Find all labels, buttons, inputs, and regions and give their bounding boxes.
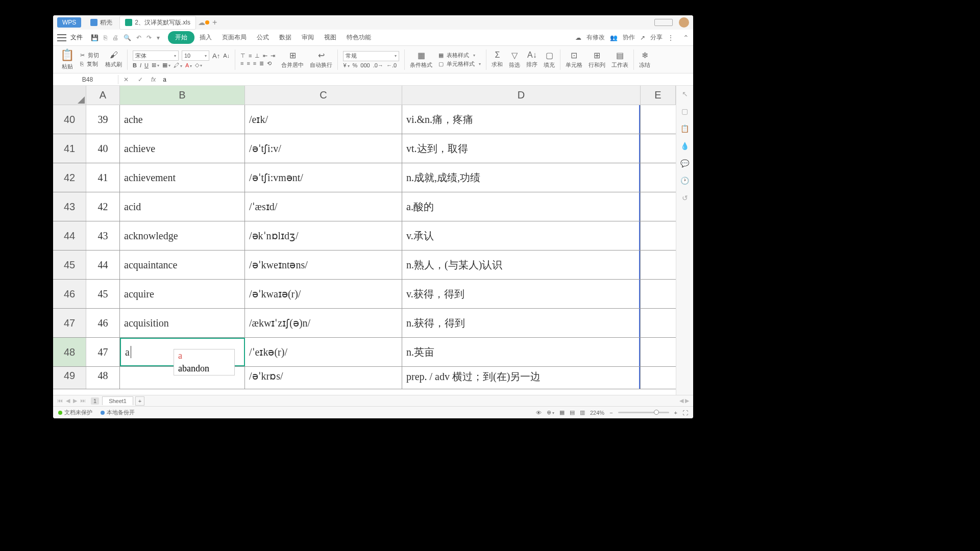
row-header[interactable]: 44 (53, 221, 86, 250)
menu-file[interactable]: 文件 (70, 33, 83, 42)
currency-icon[interactable]: ¥▾ (343, 62, 349, 68)
sheet-nav-first-icon[interactable]: ⏮ (57, 397, 63, 404)
user-avatar[interactable] (679, 17, 689, 28)
cell-D[interactable]: prep. / adv 横过；到(在)另一边 (402, 367, 641, 389)
border-button[interactable]: ⊞▾ (152, 62, 159, 68)
cell-A[interactable]: 43 (86, 221, 120, 250)
bold-button[interactable]: B (133, 62, 137, 68)
menu-tab-data[interactable]: 数据 (274, 31, 297, 44)
cell-C[interactable]: /ˈæsɪd/ (245, 192, 402, 221)
align-middle-icon[interactable]: ≡ (249, 53, 252, 59)
clipboard-icon[interactable]: 📋 (680, 124, 689, 133)
page-view-icon[interactable]: ▤ (570, 409, 575, 416)
share-icon[interactable]: ↗ (640, 34, 645, 41)
font-shrink-icon[interactable]: A↓ (223, 53, 230, 59)
cell-B[interactable]: acquire (120, 280, 245, 308)
wrap-label[interactable]: 自动换行 (310, 61, 332, 69)
cond-format-label[interactable]: 条件格式 (410, 61, 432, 69)
cell-D[interactable]: v.获得，得到 (402, 280, 641, 308)
col-header-D[interactable]: D (402, 86, 641, 105)
paste-label[interactable]: 粘贴 (62, 63, 73, 70)
align-bottom-icon[interactable]: ⊥ (255, 53, 260, 59)
filter-icon[interactable]: ▽ (511, 51, 518, 60)
decimal-inc-icon[interactable]: .0→ (373, 62, 383, 68)
cell-C[interactable]: /ˈeɪkə(r)/ (245, 338, 402, 366)
backup-label[interactable]: 本地备份开 (107, 409, 135, 416)
cell-C[interactable]: /əˈkrɒs/ (245, 367, 402, 389)
cell-C[interactable]: /əˈtʃi:v/ (245, 134, 402, 163)
fullscreen-icon[interactable]: ⛶ (682, 410, 688, 416)
row-header[interactable]: 48 (53, 338, 86, 366)
cloud-sync-icon[interactable]: ☁ (575, 34, 581, 41)
number-format-select[interactable]: 常规▾ (343, 51, 399, 61)
cell-A[interactable]: 47 (86, 338, 120, 366)
add-sheet-button[interactable]: + (135, 396, 144, 406)
collab-label[interactable]: 协作 (623, 33, 635, 42)
formula-cancel-icon[interactable]: ✕ (118, 76, 134, 83)
font-grow-icon[interactable]: A↑ (212, 52, 220, 60)
collapse-ribbon-icon[interactable]: ⌃ (683, 34, 689, 42)
format-painter-icon[interactable]: 🖌 (110, 51, 118, 60)
menu-tab-insert[interactable]: 插入 (194, 31, 217, 44)
tab-file-xls[interactable]: 2、汉译英默写版.xls (119, 16, 196, 30)
menu-tab-layout[interactable]: 页面布局 (217, 31, 252, 44)
align-right-icon[interactable]: ≡ (253, 60, 256, 66)
tab-daoke[interactable]: 稻壳 (85, 16, 117, 29)
cell-B[interactable]: achieve (120, 134, 245, 163)
has-changes-label[interactable]: 有修改 (586, 33, 605, 42)
cell-style-icon[interactable]: ▢ (438, 61, 444, 67)
font-name-select[interactable]: 宋体▾ (133, 51, 179, 61)
add-tab-button[interactable]: + (209, 18, 220, 27)
sum-label[interactable]: 求和 (492, 61, 503, 68)
merge-label[interactable]: 合并居中 (281, 61, 304, 69)
history-icon[interactable]: ↺ (682, 194, 688, 202)
underline-button[interactable]: U (144, 62, 149, 68)
row-header[interactable]: 45 (53, 251, 86, 279)
redo-icon[interactable]: ↷ (146, 34, 152, 41)
chat-icon[interactable]: 💬 (680, 159, 689, 167)
cell-D[interactable]: n.获得，得到 (402, 309, 641, 337)
zoom-in-button[interactable]: + (674, 410, 677, 416)
rowcol-label[interactable]: 行和列 (589, 61, 605, 69)
cell-D[interactable]: v.承认 (402, 221, 641, 250)
cond-format-icon[interactable]: ▦ (418, 51, 425, 60)
zoom-out-button[interactable]: − (609, 410, 612, 416)
wps-logo-button[interactable]: WPS (57, 17, 81, 28)
table-style-label[interactable]: 表格样式 (447, 52, 469, 59)
cell-B[interactable]: acknowledge (120, 221, 245, 250)
font-size-select[interactable]: 10▾ (182, 51, 209, 61)
comma-icon[interactable]: 000 (360, 62, 370, 68)
name-box[interactable]: B48 (57, 75, 118, 84)
sheet-tabs-scroll-icon[interactable]: ◀ ▶ (679, 397, 689, 404)
autocomplete-item[interactable]: abandon (174, 362, 234, 375)
menu-tab-formula[interactable]: 公式 (252, 31, 274, 44)
formula-confirm-icon[interactable]: ✓ (134, 76, 147, 83)
copy-icon[interactable]: ⎘ (80, 61, 84, 67)
worksheet-label[interactable]: 工作表 (611, 61, 628, 69)
more-icon[interactable]: ⋮ (668, 34, 674, 41)
menu-tab-start[interactable]: 开始 (168, 31, 194, 44)
filter-label[interactable]: 筛选 (509, 61, 520, 69)
indent-decrease-icon[interactable]: ⇤ (263, 53, 267, 59)
cell-A[interactable]: 39 (86, 105, 120, 134)
cell-fill-button[interactable]: ▦▾ (162, 62, 170, 68)
zoom-slider[interactable] (618, 412, 669, 413)
spreadsheet-grid[interactable]: A B C D E 4039ache/eɪk/vi.&n.痛，疼痛4140ach… (53, 86, 676, 395)
globe-icon[interactable]: ⊕▾ (547, 409, 554, 416)
align-top-icon[interactable]: ⊤ (240, 53, 246, 59)
font-color-button[interactable]: A▾ (185, 62, 192, 68)
cut-icon[interactable]: ✂ (80, 52, 85, 59)
cell-A[interactable]: 40 (86, 134, 120, 163)
cell-A[interactable]: 48 (86, 367, 120, 389)
row-header[interactable]: 47 (53, 309, 86, 337)
undo-icon[interactable]: ↶ (136, 34, 141, 41)
copy-label[interactable]: 复制 (87, 60, 98, 68)
sheet-nav-next-icon[interactable]: ▶ (73, 397, 77, 404)
italic-button[interactable]: I (140, 62, 141, 68)
cloud-icon[interactable]: ☁ (198, 18, 205, 27)
worksheet-icon[interactable]: ▤ (616, 51, 624, 60)
row-header[interactable]: 43 (53, 192, 86, 221)
decimal-dec-icon[interactable]: ←.0 (386, 62, 397, 68)
cell-D[interactable]: n.英亩 (402, 338, 641, 366)
merge-icon[interactable]: ⊞ (289, 51, 296, 60)
